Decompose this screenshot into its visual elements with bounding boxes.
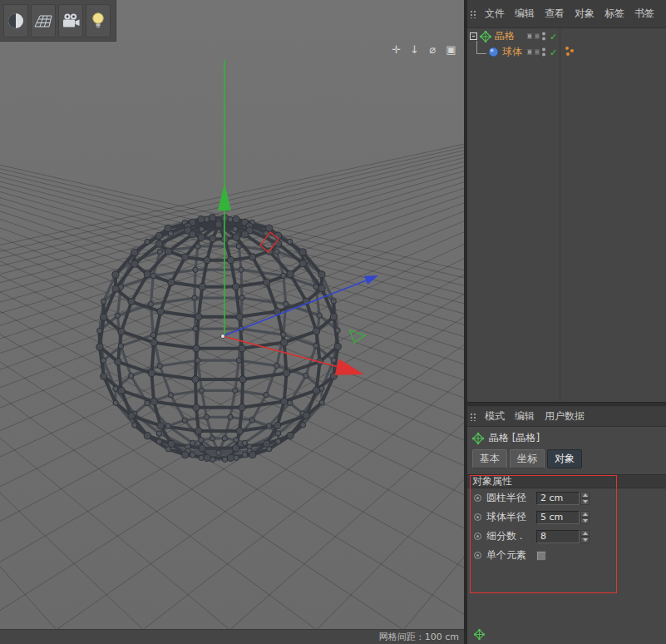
scene-shape (192, 295, 197, 300)
points-tag-icon[interactable] (565, 47, 576, 57)
cylinder-radius-input[interactable]: 2 cm (536, 492, 580, 505)
viewport-canvas[interactable] (0, 0, 464, 644)
viewport[interactable]: ✛ ↓ ⌀ ▣ 网格间距：100 cm (0, 0, 464, 644)
scene-shape (150, 339, 157, 346)
c4d-window: ✛ ↓ ⌀ ▣ 网格间距：100 cm 文件 编辑 查看 对象 标签 书签 (0, 0, 666, 644)
zoom-view-icon[interactable]: ↓ (408, 43, 421, 57)
menu-bookmarks[interactable]: 书签 (629, 0, 659, 27)
light-button[interactable] (86, 4, 111, 37)
scene-shape (0, 63, 464, 644)
pan-view-icon[interactable]: ✛ (390, 43, 402, 57)
scene-shape (131, 249, 138, 255)
menu-object[interactable]: 对象 (570, 0, 599, 27)
expand-icon[interactable] (470, 32, 477, 40)
keyframe-bullet-icon[interactable] (474, 533, 481, 540)
scene-shape (287, 432, 294, 438)
stepper-down-icon[interactable] (580, 518, 590, 524)
scene-shape (287, 239, 292, 244)
scene-shape (0, 63, 464, 644)
grid-plane-button[interactable] (31, 4, 56, 37)
scene-shape (313, 328, 319, 334)
scene-shape (121, 302, 131, 332)
toggle-view-icon[interactable]: ▣ (445, 43, 457, 57)
enable-check-icon[interactable]: ✓ (550, 31, 557, 42)
layer-toggle-icon[interactable] (527, 34, 532, 39)
scene-shape (242, 452, 247, 457)
scene-shape (199, 438, 204, 443)
grid-spacing-status: 网格间距：100 cm (379, 631, 459, 643)
drag-handle-icon[interactable] (467, 0, 480, 27)
tab-basic[interactable]: 基本 (472, 449, 507, 468)
scene-shape (131, 275, 147, 302)
object-name[interactable]: 球体 (502, 45, 522, 59)
object-row-sphere[interactable]: 球体 ✓ (467, 44, 666, 60)
scene-shape (239, 267, 244, 272)
scene-shape (204, 257, 210, 264)
scene-shape (168, 393, 173, 398)
rotate-view-icon[interactable]: ⌀ (427, 43, 439, 57)
stepper-down-icon[interactable] (580, 498, 590, 505)
scene-shape (222, 436, 227, 441)
scene-shape (199, 388, 204, 393)
scene-shape (118, 387, 125, 394)
keyframe-bullet-icon[interactable] (474, 513, 481, 521)
attribute-tabs: 基本 坐标 对象 (467, 448, 666, 473)
grid-plane-icon (32, 9, 54, 32)
attribute-title-row: 晶格 [晶格] (467, 427, 666, 448)
object-name[interactable]: 晶格 (495, 29, 515, 43)
viewport-shading-button[interactable] (3, 4, 28, 37)
scene-shape (0, 63, 464, 644)
scene-shape (171, 282, 202, 286)
scene-shape (284, 275, 286, 304)
visibility-dots[interactable] (542, 32, 545, 41)
menu-view[interactable]: 查看 (540, 0, 570, 27)
scene-shape (242, 440, 247, 445)
layer-toggle-icon[interactable] (535, 34, 540, 39)
menu-mode[interactable]: 模式 (480, 407, 510, 426)
scene-shape (101, 358, 106, 363)
tab-object[interactable]: 对象 (547, 449, 582, 468)
menu-tags[interactable]: 标签 (599, 0, 629, 27)
stepper-up-icon[interactable] (580, 530, 590, 537)
sphere-radius-input[interactable]: 5 cm (536, 511, 580, 524)
scene-shape (209, 215, 215, 221)
scene-shape (193, 345, 200, 352)
scene-shape (227, 454, 234, 461)
single-elements-checkbox[interactable] (536, 551, 546, 561)
menu-file[interactable]: 文件 (480, 0, 510, 27)
view-controls: ✛ ↓ ⌀ ▣ (390, 43, 457, 57)
stepper-down-icon[interactable] (580, 537, 590, 543)
scene-shape (204, 414, 209, 419)
scene-shape (318, 271, 325, 278)
scene-shape (132, 423, 137, 428)
scene-shape (0, 63, 464, 644)
scene-shape (0, 63, 464, 644)
layer-toggle-icon[interactable] (527, 50, 532, 55)
scene-shape (283, 369, 289, 376)
section-header-object-properties[interactable]: 对象属性 (467, 474, 666, 488)
layer-toggle-icon[interactable] (535, 50, 540, 55)
menu-user-data[interactable]: 用户数据 (540, 407, 590, 426)
scene-shape (0, 63, 464, 644)
camera-button[interactable] (58, 4, 83, 37)
keyframe-bullet-icon[interactable] (474, 552, 481, 559)
scene-shape (112, 285, 119, 292)
scene-shape (150, 399, 157, 405)
stepper-up-icon[interactable] (580, 511, 590, 518)
scene-shape (281, 398, 288, 404)
scene-shape (195, 379, 196, 408)
scene-shape (0, 63, 464, 644)
enable-check-icon[interactable]: ✓ (550, 47, 557, 57)
object-row-lattice[interactable]: 晶格 ✓ (467, 28, 666, 44)
visibility-dots[interactable] (542, 48, 545, 57)
tab-coordinates[interactable]: 坐标 (510, 449, 545, 468)
menu-edit[interactable]: 编辑 (510, 407, 540, 426)
scene-shape (218, 183, 231, 211)
subdivisions-input[interactable]: 8 (536, 530, 580, 543)
keyframe-bullet-icon[interactable] (474, 494, 481, 502)
object-toggles: ✓ (527, 31, 557, 42)
menu-edit[interactable]: 编辑 (510, 0, 540, 27)
drag-handle-icon[interactable] (467, 407, 480, 426)
scene-shape (239, 345, 245, 352)
stepper-up-icon[interactable] (580, 492, 590, 498)
